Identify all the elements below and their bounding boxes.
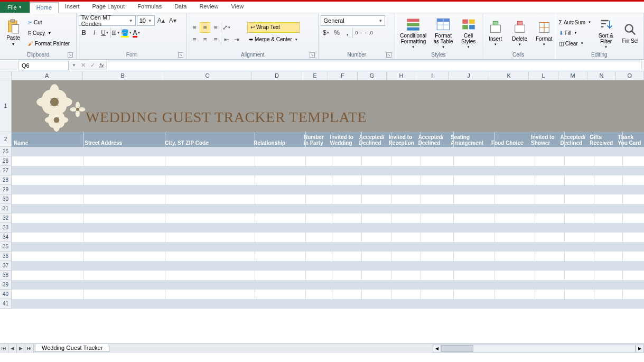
select-all-corner[interactable]	[0, 71, 12, 80]
col-header[interactable]: K	[489, 71, 529, 80]
dialog-launcher-icon[interactable]: ↘	[310, 52, 315, 58]
row-header[interactable]: 40	[0, 290, 12, 299]
sheet-tab-active[interactable]: Wedding Guest Tracker	[35, 344, 109, 352]
table-row[interactable]	[12, 261, 644, 271]
autosum-button[interactable]: ΣAutoSum▼	[557, 17, 593, 27]
increase-indent-button[interactable]: ⇥	[231, 34, 242, 45]
clear-button[interactable]: ◫Clear▼	[557, 38, 593, 49]
copy-button[interactable]: ⎘Copy▼	[26, 27, 71, 38]
decrease-indent-button[interactable]: ⇤	[221, 34, 231, 45]
name-box-dropdown[interactable]: ▼	[70, 63, 78, 68]
dialog-launcher-icon[interactable]: ↘	[386, 52, 391, 58]
col-header[interactable]: B	[83, 71, 163, 80]
align-left-button[interactable]: ≡	[189, 34, 200, 45]
scroll-thumb[interactable]	[442, 345, 473, 352]
cut-button[interactable]: ✂Cut	[26, 17, 71, 27]
row-header[interactable]: 37	[0, 261, 12, 271]
table-row[interactable]	[12, 223, 644, 233]
formula-bar[interactable]	[106, 61, 642, 70]
format-cells-button[interactable]: Format▼	[533, 14, 555, 51]
col-header[interactable]: J	[449, 71, 489, 80]
align-top-button[interactable]: ≡	[189, 22, 200, 33]
font-color-button[interactable]: A▼	[132, 27, 142, 38]
table-row[interactable]	[12, 147, 644, 156]
comma-button[interactable]: ,	[342, 27, 352, 38]
horizontal-scrollbar[interactable]: ◀ ▶	[433, 344, 644, 353]
table-row[interactable]	[12, 156, 644, 166]
merge-center-button[interactable]: ⬌Merge & Center▼	[247, 34, 300, 45]
row-header[interactable]: 26	[0, 156, 12, 166]
bold-button[interactable]: B	[79, 27, 89, 38]
tab-formulas[interactable]: Formulas	[131, 2, 168, 13]
wrap-text-button[interactable]: ↩Wrap Text	[247, 22, 300, 33]
row-header[interactable]: 31	[0, 204, 12, 214]
increase-decimal-button[interactable]: .0→	[352, 27, 363, 38]
tab-data[interactable]: Data	[168, 2, 193, 13]
row-header[interactable]: 39	[0, 280, 12, 290]
col-header[interactable]: L	[529, 71, 558, 80]
col-header[interactable]: D	[252, 71, 302, 80]
table-row[interactable]	[12, 175, 644, 185]
row-header[interactable]: 38	[0, 271, 12, 280]
sort-filter-button[interactable]: Sort & Filter▼	[595, 14, 617, 51]
align-center-button[interactable]: ≡	[200, 34, 210, 45]
col-header[interactable]: I	[416, 71, 449, 80]
col-header[interactable]: C	[163, 71, 252, 80]
delete-cells-button[interactable]: Delete▼	[509, 14, 531, 51]
accounting-button[interactable]: $▼	[321, 27, 331, 38]
row-header[interactable]: 35	[0, 242, 12, 252]
fill-button[interactable]: ⬇Fill▼	[557, 27, 593, 38]
tab-insert[interactable]: Insert	[59, 2, 86, 13]
table-row[interactable]	[12, 299, 644, 309]
table-row[interactable]	[12, 252, 644, 261]
col-header[interactable]: F	[328, 71, 357, 80]
last-sheet-button[interactable]: ⏭	[25, 344, 34, 353]
row-header[interactable]: 41	[0, 299, 12, 309]
table-row[interactable]	[12, 280, 644, 290]
table-row[interactable]	[12, 185, 644, 194]
col-header[interactable]: A	[12, 71, 83, 80]
conditional-formatting-button[interactable]: Conditional Formatting▼	[397, 14, 429, 51]
tab-home[interactable]: Home	[30, 2, 59, 13]
cell-styles-button[interactable]: Cell Styles▼	[458, 14, 480, 51]
table-row[interactable]	[12, 271, 644, 280]
dialog-launcher-icon[interactable]: ↘	[68, 52, 73, 58]
format-as-table-button[interactable]: Format as Table▼	[432, 14, 455, 51]
scroll-right-button[interactable]: ▶	[636, 345, 644, 352]
row-header[interactable]: 25	[0, 147, 12, 156]
next-sheet-button[interactable]: ▶	[17, 344, 25, 353]
italic-button[interactable]: I	[89, 27, 100, 38]
row-header[interactable]: 29	[0, 185, 12, 194]
col-header[interactable]: H	[387, 71, 416, 80]
decrease-decimal-button[interactable]: ←.0	[363, 27, 374, 38]
underline-button[interactable]: U▼	[100, 27, 110, 38]
align-right-button[interactable]: ≡	[210, 34, 221, 45]
first-sheet-button[interactable]: ⏮	[0, 344, 8, 353]
align-middle-button[interactable]: ≡	[200, 22, 210, 33]
percent-button[interactable]: %	[331, 27, 342, 38]
prev-sheet-button[interactable]: ◀	[8, 344, 17, 353]
table-row[interactable]	[12, 290, 644, 299]
col-header[interactable]: M	[558, 71, 587, 80]
scroll-track[interactable]	[441, 345, 636, 352]
fill-color-button[interactable]: 🪣▼	[121, 27, 132, 38]
tab-review[interactable]: Review	[193, 2, 225, 13]
table-row[interactable]	[12, 242, 644, 252]
cell-grid[interactable]: WEDDING GUEST TRACKER TEMPLATE NameStree…	[12, 80, 644, 309]
name-box[interactable]: Q6	[18, 61, 69, 70]
find-select-button[interactable]: Fin Sel	[619, 14, 641, 51]
col-header[interactable]: O	[616, 71, 644, 80]
table-row[interactable]	[12, 204, 644, 214]
table-row[interactable]	[12, 166, 644, 175]
align-bottom-button[interactable]: ≡	[210, 22, 221, 33]
col-header[interactable]: G	[358, 71, 387, 80]
font-name-select[interactable]: Tw Cen MT Conden▼	[79, 15, 136, 26]
row-header[interactable]: 28	[0, 175, 12, 185]
table-row[interactable]	[12, 214, 644, 223]
format-painter-button[interactable]: 🖌Format Painter	[26, 38, 71, 49]
scroll-left-button[interactable]: ◀	[433, 345, 441, 352]
row-header[interactable]: 34	[0, 233, 12, 242]
number-format-select[interactable]: General▼	[321, 15, 385, 26]
tab-view[interactable]: View	[225, 2, 250, 13]
row-header[interactable]: 36	[0, 252, 12, 261]
